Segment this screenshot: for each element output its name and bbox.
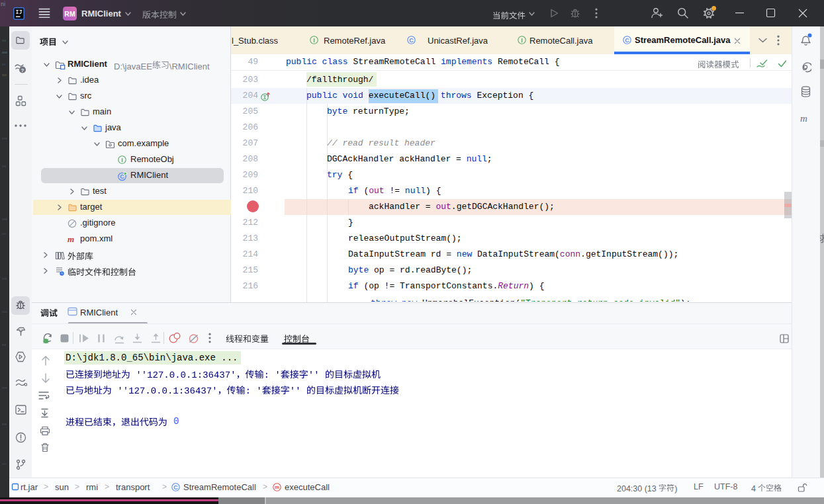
svg-text:?: ?: [21, 67, 24, 73]
svg-text:C: C: [409, 37, 414, 44]
svg-text:m: m: [275, 484, 279, 490]
svg-text:I: I: [121, 157, 123, 163]
svg-text:RM: RM: [64, 10, 75, 18]
svg-text:I: I: [521, 37, 523, 44]
svg-text:C: C: [625, 37, 629, 44]
svg-text:m: m: [800, 114, 807, 123]
svg-text:I: I: [313, 37, 315, 44]
svg-text:C: C: [173, 484, 178, 491]
svg-text:m: m: [68, 235, 74, 243]
